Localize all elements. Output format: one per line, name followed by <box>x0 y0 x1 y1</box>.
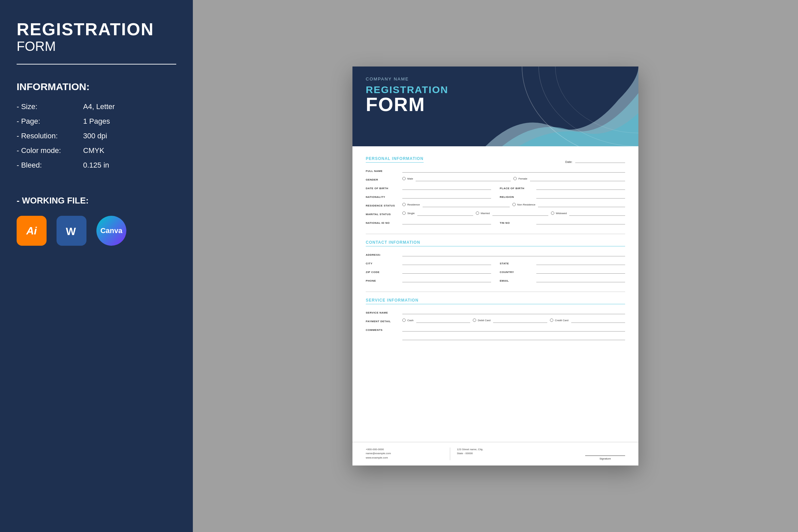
marital-radio-group: Single Married Widowed <box>402 210 625 216</box>
service-info-section: SERVICE INFORMATION SERVICE NAME PAYMENT… <box>366 298 625 340</box>
pob-label: PLACE OF BIRTH <box>500 187 533 190</box>
separator-1 <box>366 234 625 234</box>
pob-line[interactable] <box>536 185 625 190</box>
info-bleed: - Bleed: 0.125 in <box>17 161 176 170</box>
cash-radio[interactable]: Cash <box>402 319 414 322</box>
national-id-label: NATIONAL ID NO <box>366 222 399 225</box>
phone-row: PHONE EMAIL <box>366 277 625 282</box>
nationality-line[interactable] <box>402 193 491 198</box>
gender-male[interactable]: Male <box>402 177 413 180</box>
city-row: CITY STATE <box>366 260 625 265</box>
service-name-row: SERVICE NAME <box>366 309 625 314</box>
form-header-text: COMPANY NAME REGISTRATION FORM <box>353 66 639 124</box>
contact-info-section: CONTACT INFORMATION ADDRESS: CITY STATE … <box>366 240 625 282</box>
illustrator-icon: Ai <box>17 216 46 246</box>
comments-row-2: COMMENTS <box>366 335 625 340</box>
phone-label: PHONE <box>366 279 399 282</box>
working-file-label: - WORKING FILE: <box>17 195 176 206</box>
city-label: CITY <box>366 262 399 265</box>
country-line[interactable] <box>536 268 625 274</box>
phone-line[interactable] <box>402 277 491 282</box>
marital-label: MARITAL STATUS <box>366 213 399 216</box>
single-radio[interactable]: Single <box>402 211 415 215</box>
payment-row: PAYMENT DETAIL Cash Debit Card <box>366 318 625 323</box>
personal-info-title: PERSONAL INFORMATION <box>366 156 424 163</box>
tin-label: TIN NO <box>500 222 533 225</box>
info-size: - Size: A4, Letter <box>17 102 176 111</box>
gender-label: GENDER <box>366 178 399 181</box>
country-label: COUNTRY <box>500 271 533 274</box>
debit-radio[interactable]: Debit Card <box>473 319 491 322</box>
sidebar-title-sub: FORM <box>17 39 176 54</box>
comments-line-2[interactable] <box>402 335 625 340</box>
gender-female[interactable]: Female <box>513 177 527 180</box>
company-name: COMPANY NAME <box>366 76 625 81</box>
address-label: ADDRESS: <box>366 253 399 256</box>
service-info-title: SERVICE INFORMATION <box>366 298 625 304</box>
zip-row: ZIP CODE COUNTRY <box>366 268 625 274</box>
religion-line[interactable] <box>536 193 625 198</box>
national-id-row: NATIONAL ID NO TIN NO <box>366 219 625 225</box>
zip-line[interactable] <box>402 268 491 274</box>
widowed-radio[interactable]: Widowed <box>551 211 567 215</box>
address-line[interactable] <box>402 251 625 256</box>
email-line[interactable] <box>536 277 625 282</box>
service-name-label: SERVICE NAME <box>366 311 399 314</box>
info-page: - Page: 1 Pages <box>17 117 176 126</box>
gender-radio-group: Male Female <box>402 176 625 181</box>
full-name-line[interactable] <box>402 167 625 173</box>
canva-icon: Canva <box>96 216 126 246</box>
personal-info-section: PERSONAL INFORMATION Date: FULL NAME GEN… <box>366 156 625 225</box>
footer-signature: Signature <box>541 448 625 460</box>
dob-row: DATE OF BIRTH PLACE OF BIRTH <box>366 185 625 190</box>
comments-line[interactable] <box>402 326 625 331</box>
date-field: Date: <box>565 160 625 164</box>
nationality-label: NATIONALITY <box>366 195 399 198</box>
footer-address: 123 Street name, City, State - 00000 <box>450 448 541 460</box>
nationality-row: NATIONALITY RELIGION <box>366 193 625 198</box>
email-label: EMAIL <box>500 279 533 282</box>
comments-row: COMMENTS <box>366 326 625 331</box>
full-name-label: FULL NAME <box>366 170 399 173</box>
married-radio[interactable]: Married <box>476 211 490 215</box>
state-line[interactable] <box>536 260 625 265</box>
national-id-line[interactable] <box>402 219 491 225</box>
main-area: COMPANY NAME REGISTRATION FORM PERSONAL … <box>193 0 798 532</box>
residence-row: RESIDENCE STATUS Residence Non Residence <box>366 202 625 207</box>
sidebar-divider <box>17 64 176 64</box>
residence-label: RESIDENCE STATUS <box>366 204 399 207</box>
residence-radio[interactable]: Residence <box>402 203 420 206</box>
payment-label: PAYMENT DETAIL <box>366 320 399 323</box>
sidebar: REGISTRATION FORM INFORMATION: - Size: A… <box>0 0 193 532</box>
form-header: COMPANY NAME REGISTRATION FORM <box>353 66 639 146</box>
footer-contact: +000-000-0000 name@example.com www.examp… <box>366 448 450 460</box>
zip-label: ZIP CODE <box>366 271 399 274</box>
sidebar-title-main: REGISTRATION <box>17 20 176 39</box>
credit-radio[interactable]: Credit Card <box>550 319 569 322</box>
marital-row: MARITAL STATUS Single Married <box>366 210 625 216</box>
dob-line[interactable] <box>402 185 491 190</box>
dob-label: DATE OF BIRTH <box>366 187 399 190</box>
gender-row: GENDER Male Female <box>366 176 625 181</box>
form-footer: +000-000-0000 name@example.com www.examp… <box>353 442 639 466</box>
info-heading: INFORMATION: <box>17 81 176 92</box>
state-label: STATE <box>500 262 533 265</box>
svg-text:W: W <box>66 225 76 238</box>
comments-label: COMMENTS <box>366 328 399 331</box>
address-row: ADDRESS: <box>366 251 625 256</box>
non-residence-radio[interactable]: Non Residence <box>512 203 536 206</box>
religion-label: RELIGION <box>500 195 533 198</box>
tin-line[interactable] <box>536 219 625 225</box>
form-document: COMPANY NAME REGISTRATION FORM PERSONAL … <box>353 66 639 466</box>
signature-line: Signature <box>585 456 625 460</box>
residence-radio-group: Residence Non Residence <box>402 202 625 207</box>
payment-radio-group: Cash Debit Card Credit Card <box>402 318 625 323</box>
working-file-section: - WORKING FILE: Ai W Canva <box>17 195 176 246</box>
contact-info-title: CONTACT INFORMATION <box>366 240 625 246</box>
city-line[interactable] <box>402 260 491 265</box>
info-resolution: - Resolution: 300 dpi <box>17 132 176 140</box>
app-icons-row: Ai W Canva <box>17 216 176 246</box>
full-name-row: FULL NAME <box>366 167 625 173</box>
form-body: PERSONAL INFORMATION Date: FULL NAME GEN… <box>353 146 639 442</box>
service-name-line[interactable] <box>402 309 625 314</box>
